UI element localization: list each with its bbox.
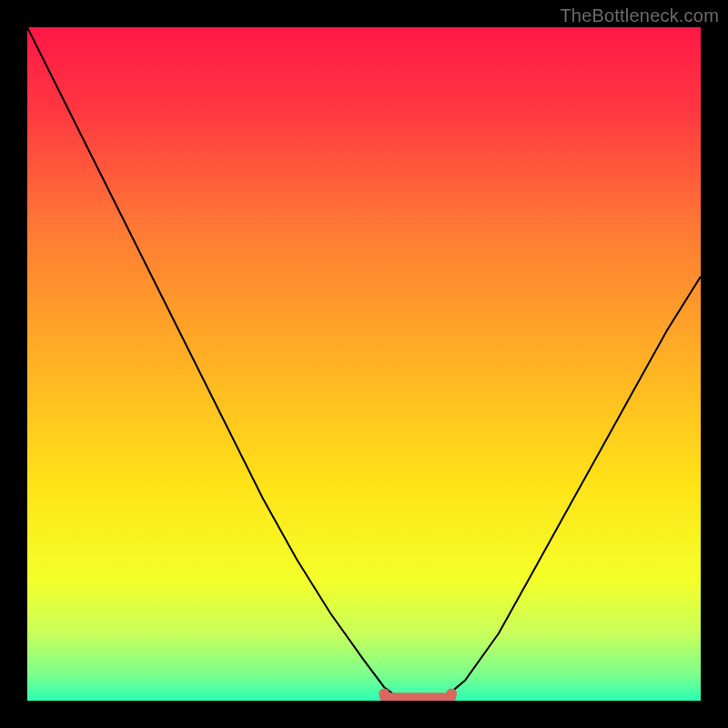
watermark-text: TheBottleneck.com	[560, 5, 719, 26]
bottleneck-curve	[27, 27, 701, 701]
curve-line	[27, 27, 701, 701]
plot-area	[27, 27, 701, 701]
endpoint-marker	[379, 689, 389, 700]
endpoint-marker	[446, 689, 457, 700]
chart-frame: TheBottleneck.com	[0, 0, 728, 728]
